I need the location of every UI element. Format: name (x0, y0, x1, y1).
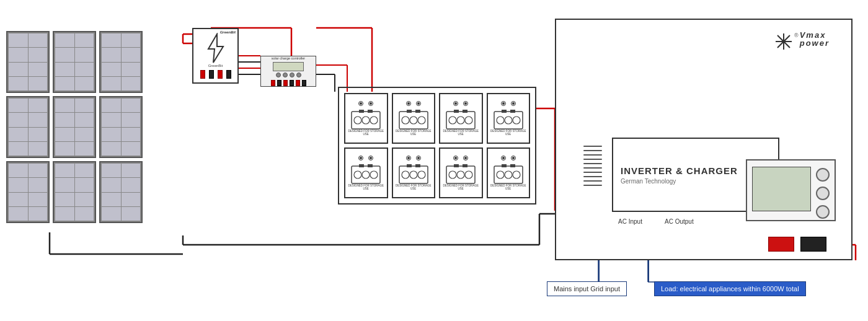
svg-rect-40 (407, 110, 412, 113)
battery-terminals-2 (406, 101, 421, 106)
svg-point-56 (513, 117, 520, 124)
svg-point-36 (354, 117, 361, 124)
vent-line (583, 159, 602, 160)
svg-rect-46 (454, 110, 459, 113)
negative-terminal (416, 156, 421, 160)
svg-point-54 (497, 117, 504, 124)
svg-rect-58 (359, 164, 364, 167)
battery-terminals-6 (406, 156, 421, 160)
terminal-neg2 (226, 70, 231, 79)
solar-panel (6, 96, 50, 158)
scc-btn-1[interactable] (276, 73, 281, 77)
display-btn-2[interactable] (816, 187, 830, 200)
svg-point-60 (354, 171, 361, 178)
svg-point-37 (362, 117, 370, 124)
vent-line (583, 180, 602, 182)
solar-panel (99, 31, 143, 93)
svg-rect-69 (446, 166, 475, 183)
svg-point-78 (497, 171, 504, 178)
svg-rect-41 (415, 110, 420, 113)
battery-label-5: DESIGNED FOR STORAGE USE (348, 185, 384, 191)
svg-point-68 (418, 171, 425, 178)
battery-5: DESIGNED FOR STORAGE USE (344, 147, 388, 198)
battery-label-8: DESIGNED FOR STORAGE USE (490, 185, 527, 191)
battery-icon-1 (350, 108, 381, 130)
vent-line (583, 176, 602, 177)
brand-star-icon (774, 32, 793, 51)
svg-point-48 (449, 117, 456, 124)
battery-icon-6 (398, 163, 429, 185)
positive-terminal (358, 101, 363, 106)
display-btn-3[interactable] (816, 205, 830, 219)
positive-terminal (501, 156, 506, 160)
battery-terminals-3 (453, 101, 468, 106)
svg-point-80 (513, 171, 520, 178)
solar-panel-group (6, 31, 143, 223)
solar-panel (6, 31, 50, 93)
battery-8: DESIGNED FOR STORAGE USE (487, 147, 531, 198)
battery-6: DESIGNED FOR STORAGE USE (392, 147, 436, 198)
scc-button-group (276, 73, 301, 77)
battery-3: DESIGNED FOR STORAGE USE (439, 93, 483, 144)
svg-rect-52 (502, 110, 507, 113)
negative-terminal (463, 101, 468, 106)
solar-panel (99, 161, 143, 223)
scc-btn-4[interactable] (296, 73, 301, 77)
display-btn-1[interactable] (816, 168, 830, 182)
battery-label-2: DESIGNED FOR STORAGE USE (396, 130, 432, 136)
svg-point-42 (402, 117, 409, 124)
vent-line (583, 154, 602, 156)
svg-rect-53 (510, 110, 515, 113)
positive-terminal (406, 156, 411, 160)
svg-point-50 (465, 117, 472, 124)
brand-logo: ® Vmax power (774, 31, 830, 51)
svg-rect-76 (502, 164, 507, 167)
panel-column-1 (6, 31, 50, 223)
svg-point-55 (505, 117, 512, 124)
battery-label-1: DESIGNED FOR STORAGE USE (348, 130, 384, 136)
positive-terminal (406, 101, 411, 106)
battery-label-3: DESIGNED FOR STORAGE USE (443, 130, 479, 136)
svg-point-73 (457, 171, 464, 178)
svg-marker-32 (208, 34, 223, 63)
vent-line (583, 185, 602, 186)
battery-7: DESIGNED FOR STORAGE USE (439, 147, 483, 198)
battery-terminals-1 (358, 101, 373, 106)
negative-terminal (511, 101, 516, 106)
positive-terminal (358, 156, 363, 160)
vent-line (583, 146, 602, 147)
scc-btn-3[interactable] (290, 73, 294, 77)
battery-bank: DESIGNED FOR STORAGE USE DESIGNED FOR ST… (338, 87, 536, 204)
cc-small-label: GreenBit (208, 64, 223, 68)
battery-icon-2 (398, 108, 429, 130)
svg-rect-51 (494, 112, 523, 129)
scc-btn-2[interactable] (283, 73, 288, 77)
svg-point-72 (449, 171, 456, 178)
svg-rect-75 (494, 166, 523, 183)
svg-rect-39 (399, 112, 428, 129)
svg-rect-47 (463, 110, 467, 113)
battery-terminals-5 (358, 156, 373, 160)
battery-label-4: DESIGNED FOR STORAGE USE (490, 130, 527, 136)
positive-terminal (453, 101, 458, 106)
svg-point-38 (370, 117, 378, 124)
ac-output-label: AC Output (665, 218, 694, 225)
scc-display-screen (273, 62, 304, 71)
battery-4: DESIGNED FOR STORAGE USE (487, 93, 531, 144)
solar-panel (53, 31, 96, 93)
mains-grid-input-label: Mains input Grid input (547, 281, 627, 296)
negative-terminal (416, 101, 421, 106)
solar-panel (53, 161, 96, 223)
svg-point-67 (410, 171, 417, 178)
vent-line (583, 163, 602, 164)
panel-column-2 (53, 31, 96, 223)
svg-rect-70 (454, 164, 459, 167)
battery-2: DESIGNED FOR STORAGE USE (392, 93, 436, 144)
scc-label: solar charge controller (272, 56, 305, 61)
brand-name-label: Vmax power (800, 31, 830, 47)
vent-line (583, 172, 602, 173)
svg-rect-34 (359, 110, 364, 113)
solar-charge-controller: solar charge controller (260, 56, 316, 87)
registered-mark: ® (794, 32, 799, 38)
lightning-icon (203, 33, 228, 64)
